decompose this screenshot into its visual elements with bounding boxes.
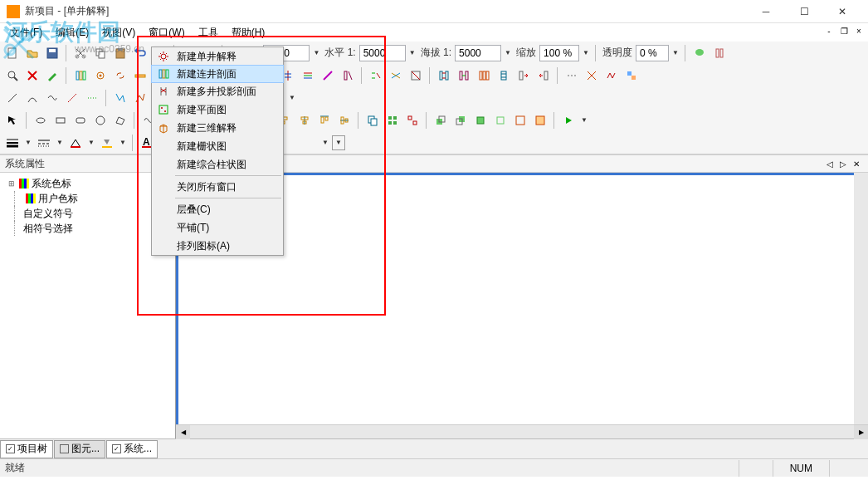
- layers-icon[interactable]: [299, 66, 317, 85]
- section-icon[interactable]: [339, 66, 357, 85]
- dot-icon[interactable]: [83, 89, 101, 107]
- path1-icon[interactable]: [111, 89, 129, 107]
- lineweight-icon[interactable]: [3, 134, 22, 152]
- cross-icon[interactable]: [583, 66, 601, 85]
- path2-icon[interactable]: [131, 89, 149, 107]
- align-m-icon[interactable]: [335, 111, 354, 130]
- extend-r-icon[interactable]: [514, 66, 533, 85]
- linecolor-icon[interactable]: [66, 134, 85, 152]
- brush-icon[interactable]: [43, 66, 61, 85]
- mdi-close-icon[interactable]: ×: [853, 25, 865, 37]
- zoom-icon[interactable]: [3, 66, 22, 85]
- tree-item[interactable]: 相符号选择: [3, 221, 172, 236]
- cut-icon[interactable]: [71, 44, 90, 62]
- circle-icon[interactable]: [91, 111, 110, 130]
- paste-icon[interactable]: [111, 44, 129, 62]
- align-t-icon[interactable]: [315, 111, 334, 130]
- menu-window[interactable]: 窗口(W): [142, 24, 191, 42]
- well2-icon[interactable]: [455, 66, 473, 85]
- corr2-icon[interactable]: [387, 66, 405, 85]
- well4-icon[interactable]: [495, 66, 513, 85]
- zoom-input[interactable]: [539, 45, 579, 61]
- dropdown-icon[interactable]: ▼: [407, 45, 417, 61]
- dropdown-icon[interactable]: ▼: [581, 45, 591, 61]
- menu-tool[interactable]: 工具: [192, 24, 225, 42]
- well1-icon[interactable]: [435, 66, 453, 85]
- group-icon[interactable]: [383, 111, 402, 130]
- play-icon[interactable]: [559, 111, 578, 130]
- menu-arrange-icons[interactable]: 排列图标(A): [152, 237, 283, 255]
- tree-item[interactable]: 自定义符号: [3, 206, 172, 221]
- dropdown-icon[interactable]: ▼: [579, 112, 589, 129]
- maximize-button[interactable]: ☐: [785, 0, 823, 23]
- polygon-icon[interactable]: [111, 111, 129, 130]
- minimize-button[interactable]: ─: [747, 0, 785, 23]
- backward-icon[interactable]: [491, 111, 510, 130]
- curve2-icon[interactable]: [43, 89, 61, 107]
- close-button[interactable]: ✕: [823, 0, 861, 23]
- menu-close-all[interactable]: 关闭所有窗口: [152, 178, 283, 196]
- ungroup-icon[interactable]: [403, 111, 422, 130]
- scroll-right-icon[interactable]: ▶: [854, 425, 868, 439]
- expand-icon[interactable]: ⊞: [7, 179, 17, 188]
- link-icon[interactable]: [111, 66, 129, 85]
- puzzle-icon[interactable]: [622, 66, 641, 85]
- bars-icon[interactable]: [71, 66, 90, 85]
- menu-new-fence[interactable]: 新建栅状图: [152, 137, 283, 155]
- tree-view[interactable]: ⊞ 系统色标 用户色标 自定义符号 相符号选择: [0, 173, 175, 438]
- box2-icon[interactable]: [531, 111, 549, 130]
- forward-icon[interactable]: [471, 111, 490, 130]
- gear-icon[interactable]: [91, 66, 110, 85]
- tab-elements[interactable]: 图元...: [54, 440, 105, 458]
- panel-next-icon[interactable]: ▷: [836, 159, 850, 169]
- undo-icon[interactable]: [131, 44, 149, 62]
- dropdown-icon[interactable]: ▼: [311, 45, 321, 61]
- extend-l-icon[interactable]: [534, 66, 553, 85]
- fillcolor-icon[interactable]: [98, 134, 116, 152]
- menu-new-cross-section[interactable]: 新建连井剖面: [151, 65, 284, 83]
- dash2-icon[interactable]: [63, 89, 81, 107]
- line-icon[interactable]: [3, 89, 22, 107]
- dash-icon[interactable]: [563, 66, 581, 85]
- front-icon[interactable]: [432, 111, 450, 130]
- dropdown-icon[interactable]: ▼: [287, 90, 297, 106]
- copy2-icon[interactable]: [363, 111, 382, 130]
- menu-cascade[interactable]: 层叠(C): [152, 200, 283, 218]
- save-icon[interactable]: [43, 44, 61, 62]
- menu-new-composite[interactable]: 新建综合柱状图: [152, 155, 283, 174]
- menu-new-3d[interactable]: 新建三维解释: [152, 119, 283, 137]
- new-icon[interactable]: [3, 44, 22, 62]
- linestyle-icon[interactable]: [35, 134, 53, 152]
- well3-icon[interactable]: [475, 66, 493, 85]
- scrollbar-vertical[interactable]: [854, 173, 868, 424]
- dropdown-icon[interactable]: ▼: [320, 135, 330, 151]
- delete-icon[interactable]: [23, 66, 41, 85]
- menu-tile[interactable]: 平铺(T): [152, 218, 283, 237]
- menu-new-map[interactable]: 新建平面图: [152, 100, 283, 119]
- panel-prev-icon[interactable]: ◁: [823, 159, 836, 169]
- menu-file[interactable]: 文件(F): [3, 24, 49, 42]
- menu-new-single-well[interactable]: 新建单井解释: [152, 47, 283, 66]
- tab-system[interactable]: ✓系统...: [106, 440, 158, 458]
- dropdown-icon[interactable]: ▼: [55, 135, 65, 151]
- rounded-icon[interactable]: [71, 111, 90, 130]
- mdi-restore-icon[interactable]: ❐: [838, 25, 850, 37]
- trans-input[interactable]: [636, 45, 669, 61]
- copy-icon[interactable]: [91, 44, 110, 62]
- dropdown-icon[interactable]: ▼: [23, 135, 33, 151]
- dropdown-icon[interactable]: ▼: [118, 135, 128, 151]
- tab-project-tree[interactable]: ✓项目树: [0, 440, 53, 458]
- curve-icon[interactable]: [23, 89, 41, 107]
- mdi-min-icon[interactable]: -: [823, 25, 835, 37]
- back-icon[interactable]: [451, 111, 470, 130]
- align-c-icon[interactable]: [295, 111, 314, 130]
- box1-icon[interactable]: [511, 111, 529, 130]
- scroll-track[interactable]: [190, 425, 854, 438]
- tree-item[interactable]: 用户色标: [3, 191, 172, 206]
- track-icon[interactable]: [710, 44, 729, 62]
- dropdown-icon[interactable]: ▼: [671, 45, 680, 61]
- elev-input[interactable]: [455, 45, 501, 61]
- diag-icon[interactable]: [319, 66, 337, 85]
- menu-edit[interactable]: 编辑(E): [49, 24, 95, 42]
- ellipse-icon[interactable]: [32, 111, 50, 130]
